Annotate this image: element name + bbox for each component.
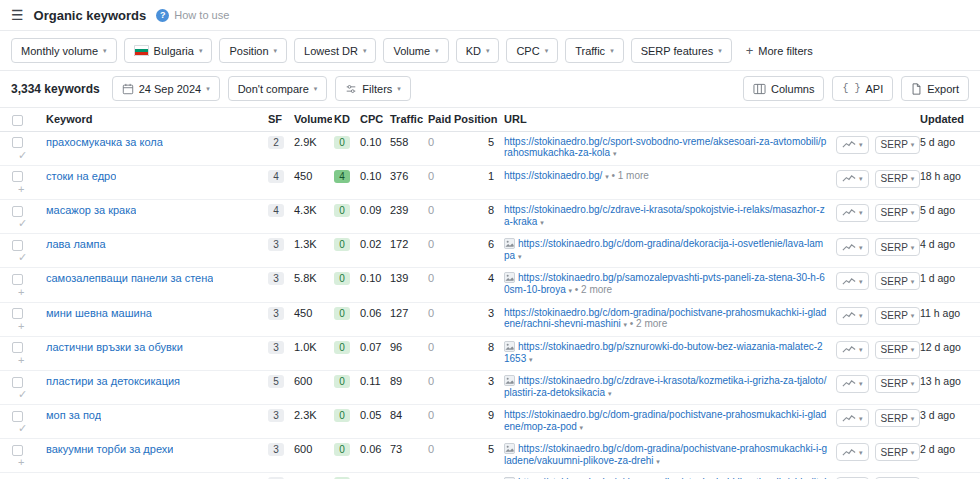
serp-button[interactable]: SERP ▾ xyxy=(875,409,921,427)
filter-monthly-volume-button[interactable]: Monthly volume ▾ xyxy=(11,38,117,63)
serp-button[interactable]: SERP ▾ xyxy=(875,204,921,222)
api-button[interactable]: { } API xyxy=(832,76,893,101)
chevron-down-icon[interactable]: ▾ xyxy=(613,150,617,157)
row-checkbox[interactable] xyxy=(12,308,23,319)
url-link[interactable]: https://stokinaedro.bg/c/zdrave-i-krasot… xyxy=(504,204,825,227)
chevron-down-icon[interactable]: ▾ xyxy=(624,321,628,328)
row-checkbox[interactable] xyxy=(12,411,23,422)
plus-icon[interactable]: + xyxy=(18,287,24,298)
filter-kd-button[interactable]: KD ▾ xyxy=(456,38,500,63)
serp-button[interactable]: SERP ▾ xyxy=(875,443,921,461)
filter-traffic-button[interactable]: Traffic ▾ xyxy=(565,38,623,63)
chevron-down-icon[interactable]: ▾ xyxy=(580,424,584,431)
column-header-sf[interactable]: SF xyxy=(266,108,292,132)
filter-serp-features-button[interactable]: SERP features ▾ xyxy=(631,38,732,63)
keyword-link[interactable]: прахосмукачка за кола xyxy=(46,136,163,149)
position-history-button[interactable]: ▾ xyxy=(836,238,869,256)
chevron-down-icon[interactable]: ▾ xyxy=(529,356,533,363)
url-more-label[interactable]: 1 more xyxy=(611,170,648,181)
plus-icon[interactable]: + xyxy=(18,457,24,468)
column-header-volume[interactable]: Volume xyxy=(292,108,332,132)
date-picker-button[interactable]: 24 Sep 2024 ▾ xyxy=(112,76,220,101)
row-checkbox[interactable] xyxy=(12,206,23,217)
serp-button[interactable]: SERP ▾ xyxy=(875,341,921,359)
column-header-kd[interactable]: KD xyxy=(332,108,358,132)
select-all-checkbox[interactable] xyxy=(12,115,23,126)
position-history-button[interactable]: ▾ xyxy=(836,409,869,427)
row-checkbox[interactable] xyxy=(12,171,23,182)
check-icon[interactable]: ✓ xyxy=(18,252,27,263)
url-link[interactable]: https://stokinaedro.bg/c/zdrave-i-krasot… xyxy=(504,375,826,398)
filters-button[interactable]: Filters ▾ xyxy=(335,76,410,101)
keyword-link[interactable]: лава лампа xyxy=(46,238,106,251)
column-header-url[interactable]: URL xyxy=(502,108,834,132)
column-header-keyword[interactable]: Keyword xyxy=(44,108,266,132)
chevron-down-icon[interactable]: ▾ xyxy=(568,287,572,294)
plus-icon[interactable]: + xyxy=(18,321,24,332)
check-icon[interactable]: ✓ xyxy=(18,389,27,400)
plus-icon[interactable]: + xyxy=(18,355,24,366)
position-history-button[interactable]: ▾ xyxy=(836,136,869,154)
keyword-link[interactable]: моп за под xyxy=(46,409,101,422)
keyword-link[interactable]: самозалепващи панели за стена xyxy=(46,272,213,285)
filter-position-button[interactable]: Position ▾ xyxy=(219,38,287,63)
column-header-traffic[interactable]: Traffic xyxy=(388,108,426,132)
filter-country-button[interactable]: Bulgaria ▾ xyxy=(124,38,213,63)
chevron-down-icon[interactable]: ▾ xyxy=(540,219,544,226)
url-more-label[interactable]: 2 more xyxy=(630,318,667,329)
position-history-button[interactable]: ▾ xyxy=(836,307,869,325)
chevron-down-icon[interactable]: ▾ xyxy=(608,390,612,397)
row-checkbox[interactable] xyxy=(12,274,23,285)
chevron-down-icon[interactable]: ▾ xyxy=(605,173,609,180)
keyword-link[interactable]: стоки на едро xyxy=(46,170,116,183)
keyword-link[interactable]: ластични връзки за обувки xyxy=(46,341,183,354)
export-button[interactable]: Export xyxy=(901,76,969,101)
check-icon[interactable]: ✓ xyxy=(18,423,27,434)
row-checkbox[interactable] xyxy=(12,377,23,388)
row-checkbox[interactable] xyxy=(12,342,23,353)
url-link[interactable]: https://stokinaedro.bg/c/dom-gradina/poc… xyxy=(504,409,826,432)
keyword-link[interactable]: пластири за детоксикация xyxy=(46,375,180,388)
menu-icon[interactable]: ☰ xyxy=(11,8,24,22)
position-history-button[interactable]: ▾ xyxy=(836,341,869,359)
serp-button[interactable]: SERP ▾ xyxy=(875,272,921,290)
position-history-button[interactable]: ▾ xyxy=(836,170,869,188)
check-icon[interactable]: ✓ xyxy=(18,150,27,161)
filter-volume-button[interactable]: Volume ▾ xyxy=(383,38,448,63)
keyword-link[interactable]: мини шевна машина xyxy=(46,307,152,320)
url-link[interactable]: https://stokinaedro.bg/ xyxy=(504,170,602,181)
plus-icon[interactable]: + xyxy=(18,184,24,195)
column-header-updated[interactable]: Updated xyxy=(918,108,980,132)
row-checkbox[interactable] xyxy=(12,137,23,148)
url-link[interactable]: https://stokinaedro.bg/p/sznurowki-do-bu… xyxy=(504,341,823,364)
column-header-cpc[interactable]: CPC xyxy=(358,108,388,132)
filter-cpc-button[interactable]: CPC ▾ xyxy=(506,38,558,63)
serp-button[interactable]: SERP ▾ xyxy=(875,170,921,188)
serp-button[interactable]: SERP ▾ xyxy=(875,307,921,325)
url-more-label[interactable]: 2 more xyxy=(575,284,612,295)
position-history-button[interactable]: ▾ xyxy=(836,375,869,393)
filter-lowest-dr-button[interactable]: Lowest DR ▾ xyxy=(294,38,376,63)
serp-button[interactable]: SERP ▾ xyxy=(875,375,921,393)
more-filters-button[interactable]: + More filters xyxy=(739,38,820,63)
columns-button[interactable]: Columns xyxy=(743,76,824,101)
keyword-link[interactable]: масажор за крака xyxy=(46,204,136,217)
position-history-button[interactable]: ▾ xyxy=(836,272,869,290)
column-header-position[interactable]: Position xyxy=(452,108,502,132)
how-to-use-link[interactable]: ? How to use xyxy=(156,9,229,22)
position-history-button[interactable]: ▾ xyxy=(836,204,869,222)
url-link[interactable]: https://stokinaedro.bg/c/dom-gradina/poc… xyxy=(504,443,827,466)
compare-mode-button[interactable]: Don't compare ▾ xyxy=(228,76,328,101)
keyword-link[interactable]: вакуумни торби за дрехи xyxy=(46,443,173,456)
column-header-paid[interactable]: Paid xyxy=(426,108,452,132)
check-icon[interactable]: ✓ xyxy=(18,218,27,229)
url-link[interactable]: https://stokinaedro.bg/p/samozalepvashti… xyxy=(504,272,825,295)
row-checkbox[interactable] xyxy=(12,240,23,251)
url-link[interactable]: https://stokinaedro.bg/c/dom-gradina/dek… xyxy=(504,238,823,261)
chevron-down-icon[interactable]: ▾ xyxy=(656,458,660,465)
serp-button[interactable]: SERP ▾ xyxy=(875,136,921,154)
url-link[interactable]: https://stokinaedro.bg/c/sport-svobodno-… xyxy=(504,136,826,159)
position-history-button[interactable]: ▾ xyxy=(836,443,869,461)
chevron-down-icon[interactable]: ▾ xyxy=(518,253,522,260)
serp-button[interactable]: SERP ▾ xyxy=(875,238,921,256)
